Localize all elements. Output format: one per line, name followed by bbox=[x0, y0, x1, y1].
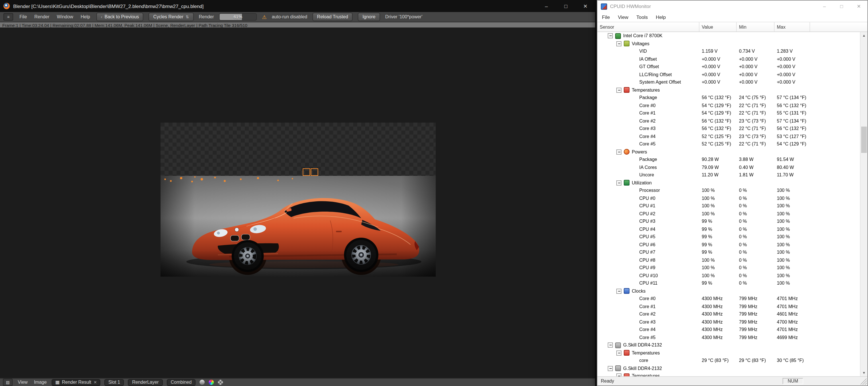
sensor-row[interactable]: Intel Core i7 8700K bbox=[597, 32, 861, 40]
column-max[interactable]: Max bbox=[775, 22, 810, 32]
unlink-icon[interactable]: ✕ bbox=[93, 380, 97, 385]
sensor-row[interactable]: CPU #599 %0 %100 % bbox=[597, 233, 861, 241]
tree-collapse-icon[interactable] bbox=[616, 289, 621, 294]
sensor-row[interactable]: core29 °C (83 °F)29 °C (83 °F)30 °C (85 … bbox=[597, 357, 861, 364]
sensor-row[interactable]: Core #34300 MHz799 MHz4700 MHz bbox=[597, 318, 861, 326]
column-sensor[interactable]: Sensor bbox=[597, 22, 700, 32]
sensor-row[interactable]: G.Skill DDR4-2132 bbox=[597, 341, 861, 349]
render-progress[interactable]: 61% bbox=[219, 13, 257, 21]
sensor-row[interactable]: Temperatures bbox=[597, 349, 861, 357]
maximize-icon[interactable]: □ bbox=[556, 0, 576, 12]
menu-help[interactable]: Help bbox=[652, 13, 670, 21]
render-layer-select[interactable]: RenderLayer bbox=[128, 379, 163, 386]
sensor-row[interactable]: Core #54300 MHz799 MHz4699 MHz bbox=[597, 334, 861, 341]
image-editor-type-icon[interactable]: ▨ bbox=[3, 379, 12, 386]
minimize-icon[interactable]: – bbox=[537, 0, 556, 12]
tree-collapse-icon[interactable] bbox=[616, 87, 621, 93]
sensor-row[interactable]: CPU #8100 %0 %100 % bbox=[597, 256, 861, 264]
close-icon[interactable]: ✕ bbox=[850, 1, 867, 12]
sensor-row[interactable]: Temperatures bbox=[597, 372, 861, 376]
menu-image[interactable]: Image bbox=[33, 379, 48, 385]
sensor-row[interactable]: Core #552 °C (125 °F)22 °C (71 °F)54 °C … bbox=[597, 140, 861, 148]
sensor-row[interactable]: Core #054 °C (129 °F)22 °C (71 °F)56 °C … bbox=[597, 102, 861, 109]
sensor-row[interactable]: Clocks bbox=[597, 287, 861, 295]
sensor-row[interactable]: CPU #1100 %0 %100 % bbox=[597, 202, 861, 210]
tree-collapse-icon[interactable] bbox=[608, 366, 613, 371]
sensor-row[interactable]: Package90.28 W3.88 W91.54 W bbox=[597, 156, 861, 164]
sensor-row[interactable]: Core #154 °C (129 °F)22 °C (71 °F)55 °C … bbox=[597, 109, 861, 117]
sensor-row[interactable]: Uncore11.20 W1.81 W11.70 W bbox=[597, 171, 861, 179]
scrollbar-thumb[interactable] bbox=[861, 127, 867, 153]
sensor-row[interactable]: CPU #699 %0 %100 % bbox=[597, 241, 861, 249]
sensor-row[interactable]: CPU #0100 %0 %100 % bbox=[597, 195, 861, 202]
hwmonitor-titlebar[interactable]: CPUID HWMonitor – □ ✕ bbox=[597, 1, 867, 12]
sensor-row[interactable]: CPU #10100 %0 %100 % bbox=[597, 272, 861, 279]
maximize-icon[interactable]: □ bbox=[833, 1, 850, 12]
sensor-row[interactable]: Utilization bbox=[597, 179, 861, 187]
tree-collapse-icon[interactable] bbox=[616, 149, 621, 154]
editor-type-icon[interactable]: ≡ bbox=[3, 13, 13, 21]
menu-window[interactable]: Window bbox=[56, 14, 74, 20]
column-value[interactable]: Value bbox=[700, 22, 737, 32]
sensor-row[interactable]: Powers bbox=[597, 148, 861, 156]
tree-collapse-icon[interactable] bbox=[608, 343, 613, 348]
tree-collapse-icon[interactable] bbox=[616, 374, 621, 377]
resize-grip[interactable] bbox=[861, 379, 867, 385]
sensor-row[interactable]: Voltages bbox=[597, 40, 861, 47]
tree-collapse-icon[interactable] bbox=[616, 350, 621, 356]
sensor-row[interactable]: Core #452 °C (125 °F)23 °C (73 °F)53 °C … bbox=[597, 133, 861, 140]
render-result-image bbox=[160, 122, 436, 277]
blender-titlebar[interactable]: Blender [C:\Users\KitGuru\Desktop\Blende… bbox=[0, 0, 595, 12]
sensor-row[interactable]: G.Skill DDR4-2132 bbox=[597, 364, 861, 372]
slot-select[interactable]: Slot 1 bbox=[104, 379, 124, 386]
tree-collapse-icon[interactable] bbox=[616, 41, 621, 46]
channel-alpha-icon[interactable] bbox=[218, 380, 223, 385]
sensor-row[interactable]: CPU #2100 %0 %100 % bbox=[597, 210, 861, 218]
menu-tools[interactable]: Tools bbox=[632, 13, 652, 21]
sensor-row[interactable]: IA Cores79.09 W0.40 W80.40 W bbox=[597, 164, 861, 171]
scroll-down-icon[interactable]: ▼ bbox=[861, 370, 867, 376]
tree-collapse-icon[interactable] bbox=[616, 180, 621, 185]
sensor-row[interactable]: CPU #499 %0 %100 % bbox=[597, 225, 861, 233]
back-to-previous-button[interactable]: ‹ Back to Previous bbox=[96, 12, 144, 21]
sensor-min: 799 MHz bbox=[739, 303, 757, 310]
sensor-row[interactable]: System Agent Offset+0.000 V+0.000 V+0.00… bbox=[597, 78, 861, 86]
sensor-row[interactable]: Core #14300 MHz799 MHz4701 MHz bbox=[597, 303, 861, 310]
menu-file[interactable]: File bbox=[598, 13, 614, 21]
scroll-up-icon[interactable]: ▲ bbox=[861, 32, 867, 39]
channel-rgb-icon[interactable] bbox=[209, 380, 214, 385]
image-editor-viewport[interactable] bbox=[0, 28, 595, 379]
sensor-row[interactable]: Processor100 %0 %100 % bbox=[597, 187, 861, 195]
channel-bw-icon[interactable] bbox=[199, 380, 205, 385]
reload-trusted-button[interactable]: Reload Trusted bbox=[312, 12, 353, 21]
sensor-row[interactable]: Core #256 °C (132 °F)23 °C (73 °F)57 °C … bbox=[597, 117, 861, 125]
sensor-row[interactable]: CPU #9100 %0 %100 % bbox=[597, 264, 861, 272]
render-pass-select[interactable]: Combined bbox=[166, 379, 195, 386]
sensor-row[interactable]: CPU #799 %0 %100 % bbox=[597, 249, 861, 256]
sensor-row[interactable]: Core #44300 MHz799 MHz4701 MHz bbox=[597, 326, 861, 334]
menu-file[interactable]: File bbox=[18, 14, 28, 20]
sensor-row[interactable]: Core #04300 MHz799 MHz4701 MHz bbox=[597, 295, 861, 303]
sensor-row[interactable]: Core #24300 MHz799 MHz4601 MHz bbox=[597, 310, 861, 318]
sensor-row[interactable]: Package56 °C (132 °F)24 °C (75 °F)57 °C … bbox=[597, 94, 861, 102]
menu-view[interactable]: View bbox=[17, 379, 29, 385]
menu-view[interactable]: View bbox=[614, 13, 632, 21]
sensor-row[interactable]: Core #356 °C (132 °F)22 °C (71 °F)56 °C … bbox=[597, 125, 861, 133]
vertical-scrollbar[interactable]: ▲ ▼ bbox=[860, 32, 867, 376]
menu-help[interactable]: Help bbox=[80, 14, 91, 20]
column-min[interactable]: Min bbox=[737, 22, 775, 32]
sensor-row[interactable]: GT Offset+0.000 V+0.000 V+0.000 V bbox=[597, 63, 861, 71]
minimize-icon[interactable]: – bbox=[816, 1, 833, 12]
close-icon[interactable]: ✕ bbox=[576, 0, 595, 12]
sensor-row[interactable]: Temperatures bbox=[597, 86, 861, 94]
menu-render[interactable]: Render bbox=[33, 14, 51, 20]
sensor-row[interactable]: LLC/Ring Offset+0.000 V+0.000 V+0.000 V bbox=[597, 71, 861, 78]
sensor-row[interactable]: IA Offset+0.000 V+0.000 V+0.000 V bbox=[597, 55, 861, 63]
sensor-row[interactable]: CPU #399 %0 %100 % bbox=[597, 218, 861, 225]
sensor-row[interactable]: VID1.159 V0.734 V1.283 V bbox=[597, 47, 861, 55]
tree-collapse-icon[interactable] bbox=[608, 34, 613, 39]
ignore-button[interactable]: Ignore bbox=[358, 12, 380, 21]
sensor-row[interactable]: CPU #1199 %0 %100 % bbox=[597, 279, 861, 287]
render-engine-select[interactable]: Cycles Render ⇅ bbox=[149, 12, 194, 21]
image-datablock[interactable]: ▦ Render Result ✕ bbox=[52, 379, 100, 386]
